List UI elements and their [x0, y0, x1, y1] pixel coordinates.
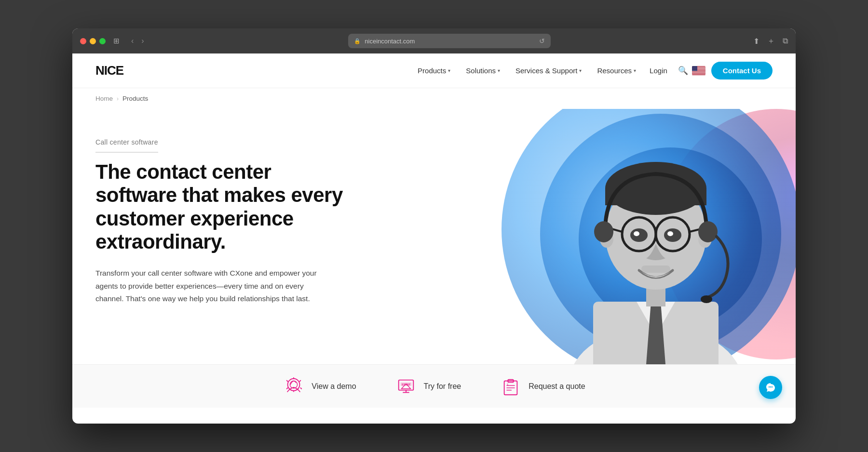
svg-point-39	[698, 221, 718, 242]
svg-rect-10	[692, 73, 705, 74]
browser-chrome: ⊞ ‹ › 🔒 niceincontact.com ↺ ⬆ ＋ ⧉	[72, 28, 796, 53]
svg-point-57	[770, 386, 771, 387]
breadcrumb: Home › Products	[72, 88, 796, 109]
svg-rect-12	[692, 75, 705, 75]
lock-icon: 🔒	[354, 38, 361, 44]
share-icon[interactable]: ⬆	[753, 37, 760, 46]
website: NICE Products ▾ Solutions ▾ Services & S…	[72, 53, 796, 408]
svg-rect-13	[692, 66, 697, 71]
cta-demo-label: View a demo	[312, 382, 356, 391]
navbar: NICE Products ▾ Solutions ▾ Services & S…	[72, 53, 796, 88]
start-icon: START	[395, 375, 417, 398]
svg-point-34	[630, 228, 648, 242]
window-icon[interactable]: ⧉	[783, 37, 788, 45]
contact-us-button[interactable]: Contact Us	[711, 62, 773, 80]
minimize-traffic-light[interactable]	[90, 38, 96, 44]
browser-nav: ‹ ›	[129, 36, 146, 46]
cta-request-quote[interactable]: $ Request a quote	[500, 375, 585, 398]
quote-icon: $	[500, 375, 522, 398]
chevron-down-icon: ▾	[498, 68, 500, 73]
svg-rect-11	[692, 74, 705, 74]
svg-point-42	[288, 378, 300, 390]
svg-rect-41	[641, 266, 670, 273]
nav-resources-label: Resources	[597, 66, 632, 75]
close-traffic-light[interactable]	[80, 38, 86, 44]
demo-icon	[283, 375, 305, 398]
nav-item-resources[interactable]: Resources ▾	[590, 63, 643, 79]
site-logo[interactable]: NICE	[95, 63, 123, 78]
url-text: niceincontact.com	[365, 38, 415, 45]
search-icon[interactable]: 🔍	[674, 62, 692, 80]
hero-image-area	[434, 109, 796, 364]
svg-point-35	[664, 228, 681, 242]
login-link[interactable]: Login	[643, 63, 674, 79]
refresh-icon[interactable]: ↺	[539, 37, 545, 45]
hero-description: Transform your call center software with…	[95, 267, 327, 305]
breadcrumb-current: Products	[122, 95, 148, 102]
svg-point-38	[594, 221, 613, 242]
cta-quote-label: Request a quote	[529, 382, 585, 391]
svg-rect-7	[692, 71, 705, 71]
svg-point-58	[772, 386, 773, 387]
chevron-down-icon: ▾	[448, 68, 450, 73]
nav-solutions-label: Solutions	[466, 66, 496, 75]
nav-products-label: Products	[418, 66, 446, 75]
chevron-down-icon: ▾	[634, 68, 636, 73]
forward-button[interactable]: ›	[139, 36, 146, 46]
browser-actions: ⬆ ＋ ⧉	[753, 36, 788, 46]
svg-rect-9	[692, 72, 705, 73]
nav-links: Products ▾ Solutions ▾ Services & Suppor…	[411, 63, 643, 79]
cta-bar: View a demo START	[72, 364, 796, 408]
nav-services-label: Services & Support	[515, 66, 577, 75]
address-bar: 🔒 niceincontact.com ↺	[152, 34, 747, 48]
chevron-down-icon: ▾	[579, 68, 582, 73]
hero-title: The contact center software that makes e…	[95, 160, 346, 253]
cta-view-demo[interactable]: View a demo	[283, 375, 356, 398]
svg-point-56	[769, 386, 770, 387]
cta-try-free[interactable]: START Try for free	[395, 375, 461, 398]
hero-content: Call center software The contact center …	[95, 128, 346, 305]
nav-item-products[interactable]: Products ▾	[411, 63, 457, 79]
chat-icon	[765, 382, 776, 393]
traffic-lights	[80, 38, 106, 44]
address-bar-inner[interactable]: 🔒 niceincontact.com ↺	[348, 34, 551, 48]
hero-person-image	[530, 109, 781, 364]
svg-point-40	[701, 295, 712, 303]
nav-item-services[interactable]: Services & Support ▾	[509, 63, 588, 79]
svg-rect-26	[605, 188, 706, 205]
new-tab-icon[interactable]: ＋	[767, 36, 775, 46]
breadcrumb-separator: ›	[117, 95, 119, 102]
maximize-traffic-light[interactable]	[99, 38, 106, 44]
cta-free-label: Try for free	[424, 382, 461, 391]
sidebar-icon[interactable]: ⊞	[113, 37, 120, 45]
language-flag[interactable]	[692, 66, 705, 75]
breadcrumb-home[interactable]: Home	[95, 95, 113, 102]
hero-subtitle: Call center software	[95, 138, 158, 153]
svg-point-37	[667, 231, 673, 236]
svg-text:$: $	[507, 384, 509, 386]
svg-rect-8	[692, 72, 705, 72]
nav-item-solutions[interactable]: Solutions ▾	[459, 63, 507, 79]
browser-window: ⊞ ‹ › 🔒 niceincontact.com ↺ ⬆ ＋ ⧉ NICE P…	[72, 28, 796, 424]
back-button[interactable]: ‹	[129, 36, 136, 46]
hero-section: Call center software The contact center …	[72, 109, 796, 364]
svg-point-36	[634, 231, 639, 236]
chat-button[interactable]	[759, 376, 782, 399]
